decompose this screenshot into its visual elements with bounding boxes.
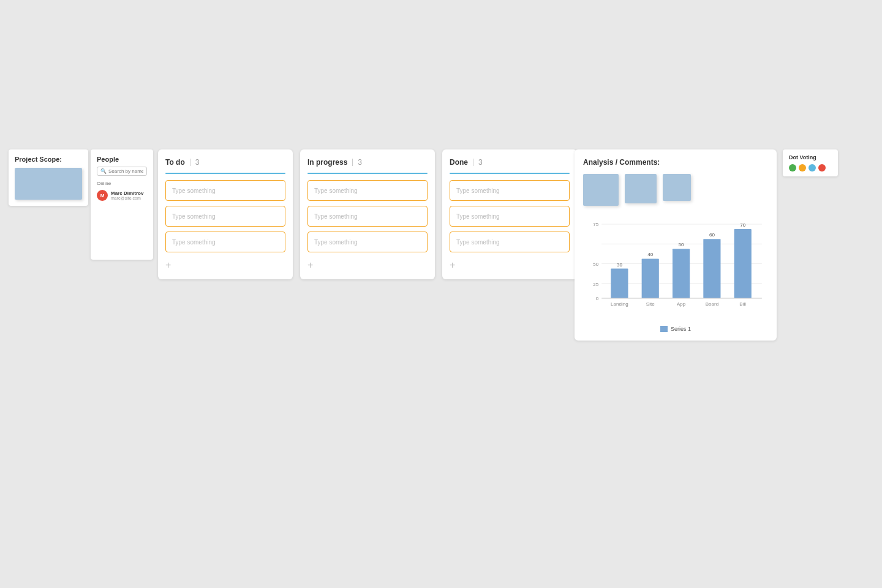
- column-count-divider: [190, 159, 190, 166]
- svg-text:App: App: [677, 301, 686, 307]
- svg-text:Landing: Landing: [611, 301, 628, 307]
- svg-rect-17: [734, 229, 752, 298]
- dot-3[interactable]: [818, 164, 826, 172]
- stickies-row: [583, 174, 768, 206]
- column-title: Done: [450, 158, 468, 167]
- analysis-title: Analysis / Comments:: [583, 158, 768, 167]
- column-title: To do: [165, 158, 185, 167]
- sticky-note-medium: [625, 174, 657, 203]
- dot-2[interactable]: [809, 164, 816, 172]
- svg-text:70: 70: [740, 222, 745, 228]
- column-header: Done3: [450, 158, 570, 167]
- add-card-button[interactable]: +: [165, 260, 171, 271]
- svg-text:Site: Site: [646, 301, 655, 307]
- add-card-button[interactable]: +: [450, 260, 455, 271]
- card-2[interactable]: Type something: [165, 232, 285, 252]
- column-line: [450, 173, 570, 174]
- search-input[interactable]: [108, 168, 143, 174]
- card-1[interactable]: Type something: [165, 206, 285, 227]
- legend-label: Series 1: [671, 326, 691, 332]
- column-count: 3: [358, 158, 362, 167]
- svg-text:60: 60: [709, 232, 715, 238]
- kanban-column-in-progress: In progress3Type somethingType something…: [300, 149, 435, 279]
- svg-text:75: 75: [593, 222, 598, 227]
- svg-rect-15: [703, 239, 720, 298]
- column-count-divider: [473, 159, 473, 166]
- user-item: M Marc Dimitrov marc@site.com: [97, 190, 147, 201]
- dot-voting-title: Dot Voting: [789, 154, 832, 160]
- column-line: [165, 173, 285, 174]
- project-scope-sticky: [15, 168, 82, 200]
- chart-legend: Series 1: [583, 326, 768, 332]
- svg-text:40: 40: [647, 252, 653, 257]
- card-2[interactable]: Type something: [450, 232, 570, 252]
- svg-text:Bill: Bill: [739, 301, 746, 307]
- dot-voting-dots: [789, 164, 832, 172]
- card-0[interactable]: Type something: [307, 180, 428, 201]
- svg-text:50: 50: [679, 242, 684, 247]
- kanban-column-todo: To do3Type somethingType somethingType s…: [158, 149, 293, 279]
- svg-text:Board: Board: [706, 301, 718, 307]
- svg-rect-11: [642, 258, 659, 298]
- online-label: Online: [97, 181, 147, 186]
- svg-text:30: 30: [617, 262, 622, 268]
- column-title: In progress: [307, 158, 347, 167]
- kanban-column-done: Done3Type somethingType somethingType so…: [442, 149, 577, 279]
- project-scope-widget: Project Scope:: [9, 149, 88, 206]
- bar-chart: 75 50 25 0 30 40 50 60 70: [583, 218, 768, 320]
- card-2[interactable]: Type something: [307, 232, 428, 252]
- people-title: People: [97, 156, 147, 163]
- add-card-button[interactable]: +: [307, 260, 313, 271]
- card-0[interactable]: Type something: [165, 180, 285, 201]
- analysis-widget: Analysis / Comments: 75 50 25 0: [575, 149, 777, 341]
- svg-text:0: 0: [596, 296, 599, 301]
- search-icon: 🔍: [100, 168, 107, 174]
- sticky-note-large: [583, 174, 619, 206]
- column-count: 3: [195, 158, 200, 167]
- people-search-box[interactable]: 🔍: [97, 167, 147, 176]
- card-0[interactable]: Type something: [450, 180, 570, 201]
- people-widget: People 🔍 Online M Marc Dimitrov marc@sit…: [91, 149, 153, 260]
- column-line: [307, 173, 428, 174]
- column-count-divider: [352, 159, 353, 166]
- kanban-board: To do3Type somethingType somethingType s…: [158, 149, 577, 279]
- sticky-note-small: [663, 174, 691, 201]
- legend-color: [660, 326, 668, 332]
- column-header: To do3: [165, 158, 285, 167]
- svg-rect-13: [673, 249, 690, 298]
- chart-container: 75 50 25 0 30 40 50 60 70: [583, 218, 768, 332]
- column-count: 3: [478, 158, 483, 167]
- card-1[interactable]: Type something: [307, 206, 428, 227]
- avatar: M: [97, 190, 108, 201]
- user-email: marc@site.com: [111, 196, 143, 200]
- dot-1[interactable]: [799, 164, 806, 172]
- svg-text:25: 25: [593, 282, 598, 287]
- svg-text:50: 50: [593, 262, 598, 267]
- dot-voting-widget: Dot Voting: [783, 149, 838, 176]
- user-info: Marc Dimitrov marc@site.com: [111, 190, 143, 200]
- card-1[interactable]: Type something: [450, 206, 570, 227]
- project-scope-title: Project Scope:: [15, 156, 82, 163]
- user-name: Marc Dimitrov: [111, 190, 143, 196]
- column-header: In progress3: [307, 158, 428, 167]
- svg-rect-9: [611, 269, 628, 298]
- dot-0[interactable]: [789, 164, 796, 172]
